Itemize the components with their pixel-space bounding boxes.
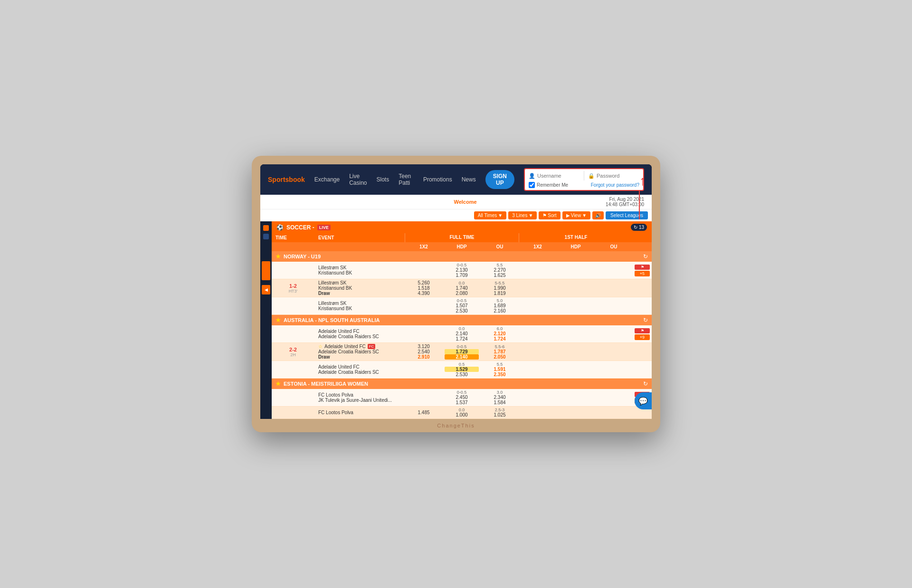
laptop-brand-label: ChangeThis [437,423,475,428]
refresh-norway[interactable]: ↻ [643,253,648,260]
th-hdp: HDP [443,242,481,251]
soccer-ball-icon: ⚽ [276,224,284,231]
refresh-estonia[interactable]: ↻ [643,380,648,387]
forgot-password-link[interactable]: Forgot your password? [591,182,639,188]
hdp-line[interactable]: 0-0.5 [445,263,479,267]
ou-val-1[interactable]: 1.689 [483,303,517,308]
ft-1x2-3[interactable]: 4.390 [407,291,441,296]
table-row: FC Lootos Polva 1.485 0.0 1.000 2.5-3 1.… [272,407,652,419]
ft-1x2-partial[interactable]: 1.485 [407,410,441,415]
ou-val-1[interactable]: 1.591 [483,367,517,372]
team-name: Adelaide United FC [318,329,403,334]
sort-icon: ⚑ [542,213,547,218]
user-icon: 👤 [529,173,535,179]
hdp-val-1[interactable]: 1.529 [445,367,479,372]
hdp-val-1[interactable]: 2.450 [445,395,479,400]
plus-button-norway[interactable]: +5 [635,271,650,276]
nav-exchange[interactable]: Exchange [314,176,340,183]
select-leagues-button[interactable]: Select Leagues [606,211,648,219]
volume-button[interactable]: 🔊 [592,211,604,219]
ou-val-2[interactable]: 1.584 [483,400,517,405]
view-icon: ▶ [566,213,570,218]
hdp-val-1-m[interactable]: 1.740 [445,285,479,291]
hdp-val-1-partial[interactable]: 1.000 [445,412,479,417]
ou-val-1-au[interactable]: 1.787 [483,349,517,354]
th-event: EVENT [314,233,405,242]
sidebar-orange-bar [262,261,270,280]
table-row: Adelaide United FC Adelaide Croatia Raid… [272,361,652,379]
star-icon-norway[interactable]: ★ [276,253,281,260]
ft-1x2-1-au[interactable]: 3.120 [407,344,441,349]
nav-slots[interactable]: Slots [377,176,390,183]
match-score-au: 2-2 [274,347,313,352]
hdp-val-1[interactable]: 2.130 [445,267,479,273]
team-name: FC Lootos Polva [318,410,403,415]
ou-val-2[interactable]: 1.625 [483,273,517,278]
action-flag[interactable]: ⚑ [635,265,650,270]
ou-val-2[interactable]: 2.350 [483,372,517,377]
ft-1x2-2[interactable]: 1.518 [407,285,441,291]
plus-button-au[interactable]: +9 [635,334,650,340]
ou-line: 6.0 [483,326,517,331]
main-content: ◀ ⚽ SOCCER - LIVE ↻ [260,221,652,419]
hdp-val-2-m[interactable]: 2.080 [445,291,479,296]
ou-val-1[interactable]: 2.340 [483,395,517,400]
table-header-top: TIME EVENT FULL TIME 1ST HALF [272,233,652,242]
hdp-line-partial: 0.0 [445,408,479,412]
time-text: 14:48 GMT+03:00 [606,202,644,207]
team2-name: Kristiansund BK [318,285,403,291]
ou-val-1-m[interactable]: 1.990 [483,285,517,291]
star-icon-estonia[interactable]: ★ [276,380,281,387]
hdp-val-2[interactable]: 1.537 [445,400,479,405]
nav-live-casino[interactable]: Live Casino [349,173,367,186]
nav-promotions[interactable]: Promotions [423,176,452,183]
sort-button[interactable]: ⚑ Sort [539,211,560,219]
refresh-australia[interactable]: ↻ [643,317,648,323]
red-arrow-indicator: ↑ [639,173,646,189]
star-match-au[interactable]: ☆ [318,344,323,349]
signup-button[interactable]: SIGN UP [485,170,514,189]
ou-val-1[interactable]: 2.120 [483,331,517,336]
sidebar-item-1[interactable] [263,225,269,231]
hdp-val-1[interactable]: 1.507 [445,303,479,308]
hdp-val-1[interactable]: 2.140 [445,331,479,336]
hdp-val-2-au[interactable]: 2.140 [445,354,479,360]
chat-widget[interactable]: 💬 [635,392,652,409]
hdp-val-2[interactable]: 1.724 [445,336,479,341]
view-button[interactable]: ▶ View ▼ [562,211,590,219]
nav-teen-patti[interactable]: Teen Patti [399,173,414,186]
refresh-icon[interactable]: ↻ [634,225,637,230]
datetime-display: Fri, Aug 20 2021 14:48 GMT+03:00 [606,197,644,207]
ou-val-2[interactable]: 1.724 [483,336,517,341]
ou-val-1-partial[interactable]: 1.025 [483,412,517,417]
draw-label: Draw [318,291,403,296]
hdp-val-2[interactable]: 2.530 [445,372,479,377]
team-name-2: Kristiansund BK [318,270,403,275]
nav-logo[interactable]: Sportsbook [268,176,305,183]
ou-val-2-au[interactable]: 2.050 [483,354,517,360]
remember-me-checkbox[interactable] [529,182,535,188]
all-times-button[interactable]: All Times ▼ [474,211,506,219]
red-arrow-line [639,191,640,219]
ou-line-partial: 2.5-3 [483,408,517,412]
ft-1x2-1[interactable]: 5.260 [407,280,441,285]
hdp-val-2[interactable]: 1.709 [445,273,479,278]
laptop-base: ChangeThis [260,419,652,432]
sidebar-item-2[interactable] [263,234,269,239]
hdp-val-2[interactable]: 2.530 [445,308,479,313]
password-input[interactable] [597,173,639,179]
star-icon-australia[interactable]: ★ [276,317,281,323]
remember-me-wrapper: Remember Me [529,182,568,188]
ft-1x2-3-au[interactable]: 2.910 [407,354,441,360]
ou-val-1[interactable]: 2.270 [483,267,517,273]
lines-button[interactable]: 3 Lines ▼ [508,211,537,219]
ou-val-2-m[interactable]: 1.819 [483,291,517,296]
action-flag-au[interactable]: ⚑ [635,328,650,333]
ou-line-au: 5.5-6 [483,344,517,349]
ft-1x2-2-au[interactable]: 2.540 [407,349,441,354]
nav-news[interactable]: News [462,176,476,183]
team-name: FC Lootos Polva [318,392,403,398]
hdp-val-1-au[interactable]: 1.729 [445,349,479,354]
username-input[interactable] [537,173,580,179]
ou-val-2[interactable]: 2.160 [483,308,517,313]
